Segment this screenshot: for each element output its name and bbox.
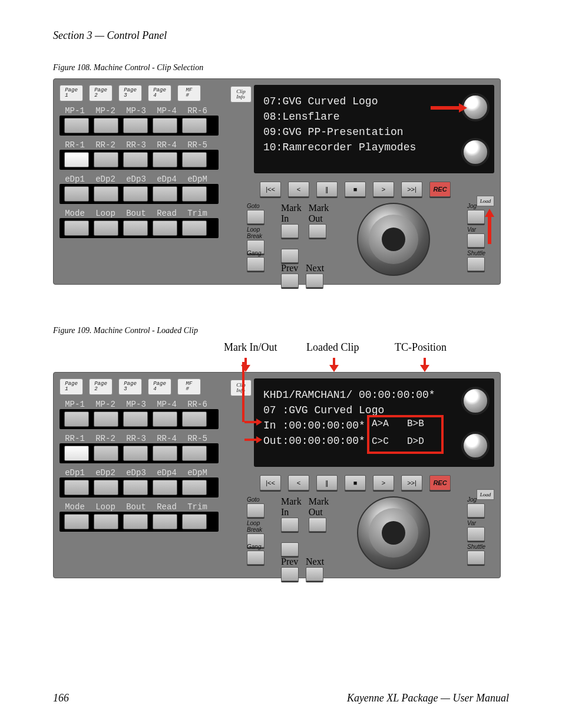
page-3-button[interactable]: Page3 xyxy=(118,85,142,101)
trim-button[interactable] xyxy=(182,220,207,236)
edp1-button[interactable] xyxy=(64,186,89,202)
scroll-knob-top[interactable] xyxy=(461,387,490,415)
mp2-button[interactable] xyxy=(94,118,118,133)
rr3-button[interactable] xyxy=(123,446,148,461)
edp2-button[interactable] xyxy=(94,480,118,495)
rr2-button[interactable] xyxy=(94,446,118,461)
mark-in-button[interactable] xyxy=(281,518,299,532)
stop-button[interactable]: ■ xyxy=(345,475,366,490)
transport-area-2: |<< < ‖ ■ > >>| REC Load Goto LoopBreak … xyxy=(254,473,494,572)
bout-button[interactable] xyxy=(123,514,148,529)
clip-info-button[interactable]: ClipInfo xyxy=(230,380,252,396)
rr1-button[interactable] xyxy=(64,446,89,461)
mf-number-button[interactable]: MF# xyxy=(177,85,201,101)
page-number: 166 xyxy=(53,692,69,704)
scroll-knob-bottom[interactable] xyxy=(461,431,490,460)
pause-button[interactable]: ‖ xyxy=(316,182,338,197)
mp3-button[interactable] xyxy=(123,118,148,133)
jog-button[interactable] xyxy=(467,210,485,224)
rr4-button[interactable] xyxy=(153,446,177,461)
mp1-button[interactable] xyxy=(64,118,89,133)
loop-button[interactable] xyxy=(94,514,118,529)
play-button[interactable]: > xyxy=(373,475,394,490)
jog-wheel[interactable] xyxy=(357,496,430,569)
mf-number-button[interactable]: MF# xyxy=(177,378,201,395)
blank-button-1[interactable] xyxy=(281,249,299,263)
device-path: KHD1/RAMCHAN1/ 00:00:00:00* xyxy=(263,389,485,401)
mp4-button[interactable] xyxy=(153,118,177,133)
rr4-button[interactable] xyxy=(153,152,177,167)
edpm-button[interactable] xyxy=(182,186,207,202)
bout-button[interactable] xyxy=(123,220,148,236)
read-button[interactable] xyxy=(153,220,177,236)
page-1-button[interactable]: Page1 xyxy=(59,85,83,101)
mark-in-button[interactable] xyxy=(281,224,299,238)
goto-button[interactable] xyxy=(247,503,265,518)
rr5-button[interactable] xyxy=(182,152,207,167)
jog-button[interactable] xyxy=(467,503,485,518)
stop-button[interactable]: ■ xyxy=(345,182,366,197)
go-start-button[interactable]: |<< xyxy=(260,182,281,197)
page-4-button[interactable]: Page4 xyxy=(148,378,171,395)
loop-button[interactable] xyxy=(94,220,118,236)
edp4-button[interactable] xyxy=(153,186,177,202)
jog-wheel[interactable] xyxy=(357,203,430,276)
goto-button[interactable] xyxy=(247,210,265,224)
read-button[interactable] xyxy=(153,514,177,529)
go-start-button[interactable]: |<< xyxy=(260,475,281,490)
edp1-button[interactable] xyxy=(64,480,89,495)
page-1-button[interactable]: Page1 xyxy=(59,378,83,395)
var-button[interactable] xyxy=(467,233,485,248)
figure-109-top-arrows xyxy=(53,361,501,372)
rr6-button[interactable] xyxy=(182,118,207,133)
mark-arrow-stem xyxy=(242,362,244,422)
rr1-button[interactable] xyxy=(64,152,89,167)
edpm-button[interactable] xyxy=(182,480,207,495)
rec-button[interactable]: REC xyxy=(429,475,451,490)
figure-109-caption: Figure 109. Machine Control - Loaded Cli… xyxy=(53,326,509,335)
go-end-button[interactable]: >>| xyxy=(401,182,422,197)
clip-info-button[interactable]: ClipInfo xyxy=(230,86,252,103)
rec-button[interactable]: REC xyxy=(429,182,451,197)
mp3-button[interactable] xyxy=(123,411,148,427)
pause-button[interactable]: ‖ xyxy=(316,475,338,490)
page-4-button[interactable]: Page4 xyxy=(148,85,171,101)
var-button[interactable] xyxy=(467,527,485,541)
mark-out-button[interactable] xyxy=(309,518,326,532)
page-2-button[interactable]: Page2 xyxy=(89,85,113,101)
rew-button[interactable]: < xyxy=(288,475,309,490)
page-3-button[interactable]: Page3 xyxy=(118,378,142,395)
shuttle-button[interactable] xyxy=(467,257,485,271)
mark-out-button[interactable] xyxy=(309,224,326,238)
scroll-knob-bottom[interactable] xyxy=(461,138,490,166)
mp2-button[interactable] xyxy=(94,411,118,427)
prev-button[interactable] xyxy=(281,567,299,581)
rew-button[interactable]: < xyxy=(288,182,309,197)
mp4-button[interactable] xyxy=(153,411,177,427)
gang-button[interactable] xyxy=(247,551,265,565)
clip-10: 10:Ramrecorder Playmodes xyxy=(263,141,485,153)
edp2-button[interactable] xyxy=(94,186,118,202)
trim-button[interactable] xyxy=(182,514,207,529)
rr5-button[interactable] xyxy=(182,446,207,461)
play-button[interactable]: > xyxy=(373,182,394,197)
edp4-button[interactable] xyxy=(153,480,177,495)
left-side-buttons: Goto LoopBreak Gang xyxy=(247,203,276,274)
next-button[interactable] xyxy=(306,567,323,581)
next-button[interactable] xyxy=(306,274,323,288)
prev-button[interactable] xyxy=(281,274,299,288)
go-end-button[interactable]: >>| xyxy=(401,475,422,490)
page-2-button[interactable]: Page2 xyxy=(89,378,113,395)
clip-07: 07:GVG Curved Logo xyxy=(263,95,485,107)
mp1-button[interactable] xyxy=(64,411,89,427)
mode-button[interactable] xyxy=(64,220,89,236)
edp3-button[interactable] xyxy=(123,480,148,495)
edp3-button[interactable] xyxy=(123,186,148,202)
rr6-button[interactable] xyxy=(182,411,207,427)
mode-button[interactable] xyxy=(64,514,89,529)
gang-button[interactable] xyxy=(247,257,265,271)
shuttle-button[interactable] xyxy=(467,551,485,565)
rr3-button[interactable] xyxy=(123,152,148,167)
rr2-button[interactable] xyxy=(94,152,118,167)
blank-button-1[interactable] xyxy=(281,542,299,556)
